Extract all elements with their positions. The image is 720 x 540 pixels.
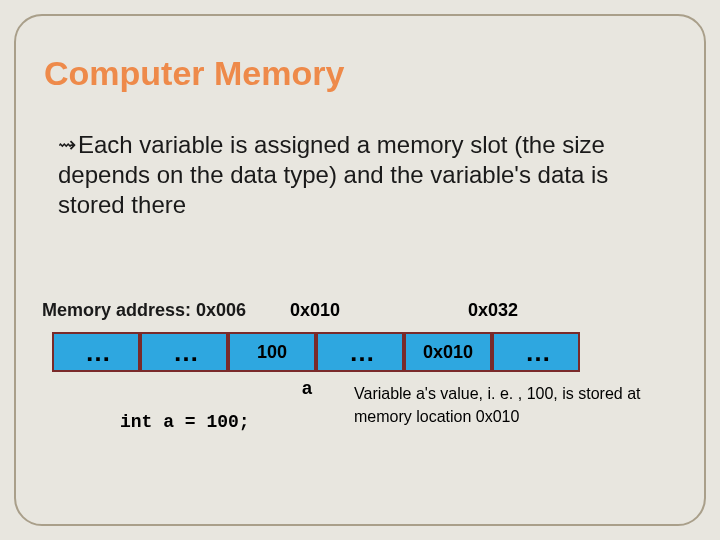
addr-2: 0x032 [468,300,518,321]
body-text: Each variable is assigned a memory slot … [58,131,608,218]
memory-cell: … [52,332,140,372]
bullet-icon: ⇝ [58,131,76,159]
code-snippet: int a = 100; [120,412,250,432]
addr-prefix: Memory address: [42,300,191,320]
memory-cell: … [316,332,404,372]
body-paragraph: ⇝Each variable is assigned a memory slot… [58,130,668,220]
addr-0: 0x006 [196,300,246,320]
memory-address-label: Memory address: 0x006 [42,300,246,321]
memory-cell-a-value: 100 [228,332,316,372]
variable-label-a: a [302,378,312,399]
memory-cells: … … 100 … 0x010 … [52,332,580,372]
memory-cell-ptr: 0x010 [404,332,492,372]
addr-1: 0x010 [290,300,340,321]
slide-title: Computer Memory [44,54,344,93]
explanation-text: Variable a's value, i. e. , 100, is stor… [354,382,664,428]
memory-cell: … [140,332,228,372]
memory-cell: … [492,332,580,372]
